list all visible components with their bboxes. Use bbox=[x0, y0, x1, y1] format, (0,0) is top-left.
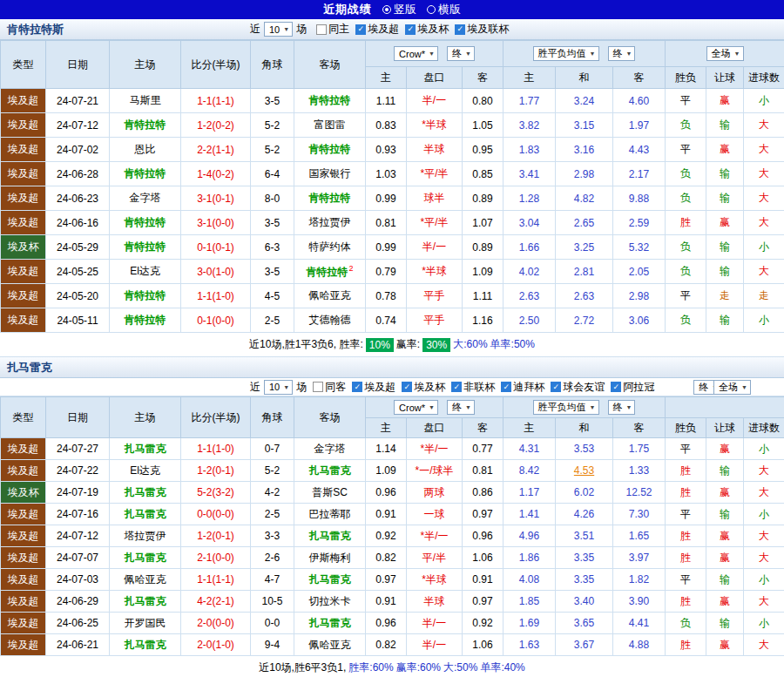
team-name: 扎马雷克 bbox=[7, 360, 52, 376]
filter-checkbox[interactable]: ✓埃及超 bbox=[355, 22, 399, 37]
league-cell: 埃及超 bbox=[1, 547, 46, 569]
select-value: 终 bbox=[613, 47, 623, 60]
match-count-select[interactable]: 10 ▼ bbox=[264, 380, 293, 395]
final-odds-select[interactable]: 终▼ bbox=[608, 400, 636, 415]
draw-odds-cell: 3.67 bbox=[556, 634, 613, 656]
lose-odds-cell: 3.06 bbox=[613, 308, 666, 333]
handicap-home-odds-cell: 0.81 bbox=[366, 211, 407, 235]
home-team-cell: 肯特拉特 bbox=[110, 284, 181, 308]
result-cell: 负 bbox=[666, 186, 706, 211]
corner-cell: 10-5 bbox=[251, 591, 294, 613]
handicap-away-odds-cell: 0.91 bbox=[463, 569, 504, 591]
filter-checkbox[interactable]: 同主 bbox=[316, 22, 349, 37]
win-odds-cell: 4.02 bbox=[504, 260, 556, 284]
radio-label: 竖版 bbox=[394, 2, 416, 17]
table-row: 埃及超24-07-12塔拉贾伊1-2(0-1)3-3扎马雷克0.92*半/一0.… bbox=[1, 525, 784, 547]
date-cell: 24-06-16 bbox=[46, 211, 110, 235]
win-odds-cell: 3.82 bbox=[504, 113, 556, 138]
home-team-cell: 马斯里 bbox=[110, 89, 181, 113]
corner-cell: 4-2 bbox=[251, 482, 294, 504]
layout-option-horizontal[interactable]: 横版 bbox=[420, 2, 461, 17]
checkbox-icon: ✓ bbox=[611, 382, 621, 392]
win-odds-cell: 1.66 bbox=[504, 235, 556, 260]
home-team-cell: 扎马雷克 bbox=[110, 504, 181, 525]
final-odds-select[interactable]: 终▼ bbox=[447, 400, 475, 415]
wdl-average-select[interactable]: 胜平负均值▼ bbox=[533, 46, 599, 61]
lose-odds-cell: 2.05 bbox=[613, 260, 666, 284]
handicap-line-cell: 半/一 bbox=[407, 634, 463, 656]
filter-checkbox[interactable]: ✓迪拜杯 bbox=[501, 380, 544, 395]
filter-checkbox[interactable]: ✓阿拉冠 bbox=[611, 380, 654, 395]
handicap-away-odds-cell: 0.92 bbox=[463, 613, 504, 634]
filter-checkbox[interactable]: ✓埃及杯 bbox=[402, 380, 445, 395]
win-odds-cell: 3.04 bbox=[504, 211, 556, 235]
score-cell: 0-1(0-1) bbox=[181, 235, 251, 260]
draw-odds-cell: 3.35 bbox=[556, 547, 613, 569]
result-cell: 胜 bbox=[666, 591, 706, 613]
wdl-average-select[interactable]: 胜平负均值▼ bbox=[533, 400, 599, 415]
corner-cell: 6-4 bbox=[251, 162, 294, 186]
team-section-1: 肯特拉特斯 近 10 ▼ 场 同主✓埃及超✓埃及杯✓埃及联杯 类型 bbox=[0, 19, 784, 357]
result-cell: 平 bbox=[666, 89, 706, 113]
lose-odds-cell: 1.97 bbox=[613, 113, 666, 138]
handicap-line-cell: 半/一 bbox=[407, 89, 463, 113]
select-value: 胜平负均值 bbox=[538, 401, 586, 414]
match-count-select[interactable]: 10 ▼ bbox=[264, 22, 293, 37]
radio-unselected-icon bbox=[427, 5, 436, 14]
league-cell: 埃及超 bbox=[1, 591, 46, 613]
chevron-down-icon: ▼ bbox=[590, 51, 596, 57]
table-row: 埃及超24-07-03佩哈亚克1-1(1-1)4-7扎马雷克0.97*半球0.9… bbox=[1, 569, 784, 591]
corner-cell: 0-7 bbox=[251, 438, 294, 460]
select-value: 终 bbox=[613, 401, 623, 414]
odds-company-select[interactable]: Crow*▼ bbox=[394, 400, 438, 415]
subcol-goals-result: 进球数 bbox=[744, 67, 784, 89]
away-team-cell: 肯特拉特 bbox=[294, 89, 366, 113]
handicap-home-odds-cell: 1.03 bbox=[366, 162, 407, 186]
filter-checkbox[interactable]: ✓埃及杯 bbox=[405, 22, 449, 37]
checkbox-label: 埃及联杯 bbox=[467, 22, 509, 37]
handicap-away-odds-cell: 1.11 bbox=[463, 284, 504, 308]
select-value: 终 bbox=[452, 401, 462, 414]
layout-option-vertical[interactable]: 竖版 bbox=[375, 2, 416, 17]
draw-odds-cell[interactable]: 4.53 bbox=[556, 460, 613, 482]
handicap-home-odds-cell: 0.74 bbox=[366, 308, 407, 333]
subcol-result: 胜负 bbox=[666, 418, 706, 438]
lose-odds-cell: 1.75 bbox=[613, 438, 666, 460]
final-odds-select[interactable]: 终▼ bbox=[447, 46, 475, 61]
subcol-ah-away: 客 bbox=[463, 418, 504, 438]
handicap-home-odds-cell: 0.79 bbox=[366, 260, 407, 284]
results-table: 类型 日期 主场 比分(半场) 角球 客场 Crow*▼ 终▼ 胜平负均 bbox=[0, 396, 784, 656]
score-cell: 2-2(1-1) bbox=[181, 138, 251, 162]
score-cell: 4-2(2-1) bbox=[181, 591, 251, 613]
col-header-corner: 角球 bbox=[251, 41, 294, 89]
filter-checkbox[interactable]: ✓埃及超 bbox=[352, 380, 395, 395]
full-match-select[interactable]: 全场▼ bbox=[706, 46, 744, 61]
table-row: 埃及杯24-05-29肯特拉特0-1(0-1)6-3特萨约体0.99半/一0.8… bbox=[1, 235, 784, 260]
filter-checkbox[interactable]: 同客 bbox=[313, 380, 346, 395]
corner-cell: 2-6 bbox=[251, 547, 294, 569]
draw-odds-cell: 2.81 bbox=[556, 260, 613, 284]
filter-checkbox[interactable]: ✓球会友谊 bbox=[551, 380, 605, 395]
score-cell: 1-1(1-0) bbox=[181, 284, 251, 308]
handicap-home-odds-cell: 0.82 bbox=[366, 634, 407, 656]
league-cell: 埃及超 bbox=[1, 634, 46, 656]
table-row: 埃及超24-06-16肯特拉特3-1(0-0)3-5塔拉贾伊0.81*平/半1.… bbox=[1, 211, 784, 235]
lose-odds-cell: 2.98 bbox=[613, 284, 666, 308]
final-odds-select[interactable]: 终▼ bbox=[608, 46, 636, 61]
handicap-result-cell: 赢 bbox=[706, 591, 744, 613]
checkbox-icon bbox=[316, 24, 327, 35]
handicap-home-odds-cell: 0.82 bbox=[366, 547, 407, 569]
league-cell: 埃及超 bbox=[1, 613, 46, 634]
draw-odds-cell: 3.24 bbox=[556, 89, 613, 113]
filter-checkbox[interactable]: ✓埃及联杯 bbox=[455, 22, 509, 37]
odds-company-select[interactable]: Crow*▼ bbox=[394, 46, 438, 61]
handicap-away-odds-cell: 1.06 bbox=[463, 547, 504, 569]
handicap-away-odds-cell: 1.06 bbox=[463, 634, 504, 656]
date-cell: 24-06-23 bbox=[46, 186, 110, 211]
home-team-cell: 肯特拉特 bbox=[110, 308, 181, 333]
result-cell: 胜 bbox=[666, 460, 706, 482]
games-label: 场 bbox=[296, 22, 307, 37]
full-match-select[interactable]: 全场 ▼ bbox=[713, 380, 751, 395]
home-team-cell: 开罗国民 bbox=[110, 613, 181, 634]
filter-checkbox[interactable]: ✓非联杯 bbox=[451, 380, 495, 395]
